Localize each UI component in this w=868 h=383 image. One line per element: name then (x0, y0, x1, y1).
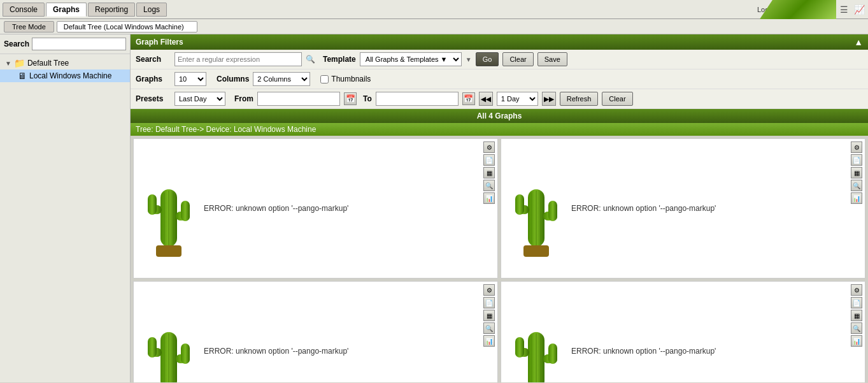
clear-button-2[interactable]: Clear (602, 92, 632, 106)
search-input[interactable] (32, 38, 126, 50)
graph-gear-icon-4[interactable]: ⚙ (851, 284, 862, 296)
svg-rect-2 (148, 194, 157, 215)
filter-row-1: Search 🔍 Template All Graphs & Templates… (131, 50, 868, 69)
filter-row-3: Presets Last Day From 2020-06-03 10:21 📅… (131, 89, 868, 109)
graph-page-icon-3[interactable]: 📄 (483, 297, 495, 308)
graph-zoom-icon-3[interactable]: 🔍 (483, 322, 495, 334)
to-label: To (363, 94, 372, 103)
graph-error-2: ERROR: unknown option '--pango-markup' (571, 203, 716, 214)
cactus-svg-3 (140, 300, 197, 382)
thumbnails-checkbox-label[interactable]: Thumbnails (320, 75, 371, 83)
graph-cell-1: ⚙ 📄 ▦ 🔍 📊 (133, 138, 498, 278)
search-magnify-icon: 🔍 (306, 55, 315, 64)
from-date-input[interactable]: 2020-06-03 10:21 (257, 92, 340, 106)
main-layout: Search ▼ 📁 Default Tree 🖥 Local Windows … (0, 34, 868, 382)
tree-path-bar: Tree: Default Tree-> Device: Local Windo… (131, 123, 868, 136)
graph-table-icon-3[interactable]: ▦ (483, 310, 495, 321)
tab-logs[interactable]: Logs (136, 3, 167, 17)
cactus-svg-2 (508, 157, 565, 259)
graph-error-4: ERROR: unknown option '--pango-markup' (571, 345, 716, 357)
top-nav-bar: Console Graphs Reporting Logs Logged in … (0, 0, 868, 19)
from-calendar-icon[interactable]: 📅 (344, 92, 357, 105)
graph-cell-2: ⚙ 📄 ▦ 🔍 📊 (501, 138, 865, 278)
thumbnails-checkbox[interactable] (320, 75, 329, 83)
columns-label: Columns (217, 75, 249, 83)
graph-chart-icon-2[interactable]: 📊 (851, 192, 862, 204)
menu-icon[interactable]: ☰ (837, 3, 850, 16)
svg-rect-31 (548, 343, 557, 364)
search-filter-input[interactable] (174, 52, 302, 66)
graph-table-icon-4[interactable]: ▦ (851, 310, 862, 321)
columns-select[interactable]: 2 Columns (253, 72, 310, 86)
svg-rect-22 (181, 343, 190, 364)
timespan-select[interactable]: 1 Day (497, 92, 538, 106)
nav-back-arrow[interactable]: ◀◀ (479, 92, 493, 106)
tree-container: ▼ 📁 Default Tree 🖥 Local Windows Machine (0, 54, 130, 382)
graph-cell-4: ⚙ 📄 ▦ 🔍 📊 (501, 281, 865, 382)
sidebar-search-bar: Search (0, 34, 130, 54)
graphs-select[interactable]: 10 (174, 72, 206, 86)
tab-reporting[interactable]: Reporting (88, 3, 135, 17)
nav-fwd-arrow[interactable]: ▶▶ (542, 92, 556, 106)
svg-rect-13 (548, 201, 557, 221)
graph-gear-icon-2[interactable]: ⚙ (851, 141, 862, 153)
cactus-svg-1 (140, 157, 197, 259)
to-calendar-icon[interactable]: 📅 (462, 92, 475, 105)
filters-title: Graph Filters (136, 38, 183, 47)
filter-row-2: Graphs 10 Columns 2 Columns Thumbnails (131, 69, 868, 89)
tree-root-label: Default Tree (27, 59, 69, 68)
template-select[interactable]: All Graphs & Templates ▼ (360, 52, 462, 66)
graph-zoom-icon-4[interactable]: 🔍 (851, 322, 862, 334)
graph-icons-3: ⚙ 📄 ▦ 🔍 📊 (483, 284, 495, 347)
graph-gear-icon-1[interactable]: ⚙ (483, 141, 495, 153)
graph-table-icon-1[interactable]: ▦ (483, 167, 495, 178)
graphs-label: Graphs (136, 75, 171, 83)
graph-chart-icon-3[interactable]: 📊 (483, 335, 495, 347)
refresh-button[interactable]: Refresh (560, 92, 599, 106)
svg-rect-5 (156, 245, 181, 257)
graph-gear-icon-3[interactable]: ⚙ (483, 284, 495, 296)
sidebar: Search ▼ 📁 Default Tree 🖥 Local Windows … (0, 34, 131, 382)
all-graphs-bar: All 4 Graphs (131, 109, 868, 123)
go-button[interactable]: Go (476, 52, 499, 66)
presets-select[interactable]: Last Day (174, 92, 225, 106)
graph-zoom-icon-1[interactable]: 🔍 (483, 180, 495, 191)
graph-page-icon-1[interactable]: 📄 (483, 154, 495, 166)
clear-button-1[interactable]: Clear (502, 52, 533, 66)
svg-rect-29 (515, 337, 524, 358)
graph-zoom-icon-2[interactable]: 🔍 (851, 180, 862, 191)
graph-cell-3: ⚙ 📄 ▦ 🔍 📊 (133, 281, 498, 382)
graph-page-icon-4[interactable]: 📄 (851, 297, 862, 308)
cactus-svg-4 (508, 300, 565, 382)
from-label: From (234, 94, 253, 103)
tree-child-item[interactable]: 🖥 Local Windows Machine (0, 69, 130, 82)
graph-table-icon-2[interactable]: ▦ (851, 167, 862, 178)
tree-child-label: Local Windows Machine (29, 71, 111, 80)
svg-rect-20 (148, 337, 157, 358)
presets-label: Presets (136, 94, 171, 103)
tree-root-item[interactable]: ▼ 📁 Default Tree (0, 57, 130, 69)
tree-folder-icon: 📁 (14, 58, 25, 68)
search-filter-label: Search (136, 55, 171, 64)
breadcrumb-path: Default Tree (Local Windows Machine) (57, 21, 197, 33)
tree-server-icon: 🖥 (18, 71, 27, 81)
save-button[interactable]: Save (537, 52, 567, 66)
tab-graphs[interactable]: Graphs (46, 3, 87, 17)
graph-chart-icon-4[interactable]: 📊 (851, 335, 862, 347)
tab-console[interactable]: Console (3, 3, 45, 17)
graphs-grid: ⚙ 📄 ▦ 🔍 📊 (131, 136, 868, 382)
breadcrumb-bar: Tree Mode Default Tree (Local Windows Ma… (0, 19, 868, 34)
collapse-icon[interactable]: ▲ (854, 37, 863, 47)
template-dropdown-arrow: ▼ (466, 56, 472, 63)
to-date-input[interactable]: 2020-06-04 10:21 (376, 92, 459, 106)
tree-mode-button[interactable]: Tree Mode (4, 21, 54, 33)
filters-header: Graph Filters ▲ (131, 34, 868, 50)
graph-page-icon-2[interactable]: 📄 (851, 154, 862, 166)
chart-icon[interactable]: 📈 (853, 3, 865, 16)
graph-icons-2: ⚙ 📄 ▦ 🔍 📊 (851, 141, 862, 204)
corner-decoration (760, 0, 836, 19)
content-area: Graph Filters ▲ Search 🔍 Template All Gr… (131, 34, 868, 382)
svg-rect-4 (181, 201, 190, 221)
graph-chart-icon-1[interactable]: 📊 (483, 192, 495, 204)
graph-icons-1: ⚙ 📄 ▦ 🔍 📊 (483, 141, 495, 204)
